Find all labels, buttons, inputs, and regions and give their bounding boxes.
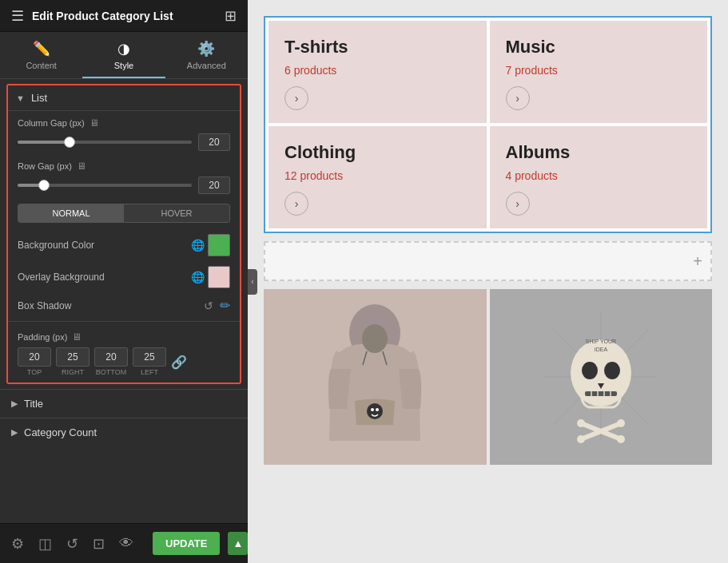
overlay-background-row: Overlay Background 🌐 <box>8 261 240 293</box>
settings-icon[interactable]: ⚙ <box>8 532 27 556</box>
responsive-icon[interactable]: ⊡ <box>90 532 108 556</box>
history-icon[interactable]: ↺ <box>63 532 82 556</box>
add-section-icon: + <box>693 252 702 271</box>
hover-toggle[interactable]: HOVER <box>124 204 229 222</box>
tab-advanced[interactable]: ⚙️ Advanced <box>165 32 248 78</box>
music-count: 7 products <box>506 64 692 77</box>
row-gap-input[interactable]: 20 <box>198 176 230 194</box>
hoodie-svg <box>323 297 427 457</box>
padding-right-input[interactable] <box>56 347 90 367</box>
canvas-area: T-shirts 6 products › Music 7 products ›… <box>248 0 728 563</box>
tab-style-label: Style <box>114 61 133 70</box>
left-panel: ☰ Edit Product Category List ⊞ ✏️ Conten… <box>0 0 248 563</box>
overlay-globe-icon[interactable]: 🌐 <box>191 271 205 283</box>
clothing-count: 12 products <box>284 169 471 182</box>
albums-title: Albums <box>506 142 692 163</box>
svg-point-4 <box>367 403 383 419</box>
padding-left-input[interactable] <box>133 347 166 367</box>
tab-advanced-label: Advanced <box>187 61 226 70</box>
row-gap-slider-track[interactable] <box>18 184 192 187</box>
category-count-label: Category Count <box>24 426 97 438</box>
panel-header: ☰ Edit Product Category List ⊞ <box>0 0 248 32</box>
padding-top-input[interactable] <box>18 347 51 367</box>
eye-icon[interactable]: 👁 <box>116 532 137 555</box>
box-shadow-edit-icon[interactable]: ✏ <box>220 298 230 313</box>
svg-text:SHIP YOUR: SHIP YOUR <box>586 339 616 344</box>
category-count-section[interactable]: ▶ Category Count <box>0 418 248 446</box>
add-section[interactable]: + <box>264 241 712 281</box>
padding-left-field: LEFT <box>133 347 166 376</box>
category-card-albums[interactable]: Albums 4 products › <box>490 126 708 228</box>
background-color-row: Background Color 🌐 <box>8 229 240 261</box>
column-gap-label: Column Gap (px) <box>18 118 85 128</box>
svg-rect-18 <box>585 391 617 396</box>
svg-point-28 <box>617 435 625 443</box>
panel-title: Edit Product Category List <box>32 10 173 22</box>
tab-content-label: Content <box>26 61 57 70</box>
collapse-handle[interactable]: ‹ <box>248 269 257 295</box>
box-shadow-label: Box Shadow <box>18 300 71 311</box>
list-section: ▼ List Column Gap (px) 🖥 20 <box>6 84 241 384</box>
state-toggle: NORMAL HOVER <box>18 204 230 223</box>
padding-responsive-icon[interactable]: 🖥 <box>72 331 82 343</box>
hoodie-image-area <box>264 289 487 465</box>
product-thumb-skull: SHIP YOUR IDEA <box>490 289 713 465</box>
tab-style[interactable]: ◑ Style <box>82 32 165 78</box>
svg-point-16 <box>582 362 598 379</box>
category-count-arrow: ▶ <box>11 427 18 438</box>
padding-link-icon[interactable]: 🔗 <box>171 355 187 370</box>
title-section-arrow: ▶ <box>11 398 18 409</box>
divider <box>8 321 240 322</box>
row-gap-setting: Row Gap (px) 🖥 20 <box>8 154 240 197</box>
category-card-tshirts[interactable]: T-shirts 6 products › <box>269 21 487 123</box>
update-button[interactable]: UPDATE <box>153 532 220 555</box>
padding-right-field: RIGHT <box>56 347 90 376</box>
panel-body: ▼ List Column Gap (px) 🖥 20 <box>0 79 248 523</box>
overlay-color-swatch[interactable] <box>208 266 230 288</box>
row-gap-slider-thumb[interactable] <box>38 180 50 191</box>
content-tab-icon: ✏️ <box>33 40 50 57</box>
tshirts-title: T-shirts <box>284 37 471 57</box>
style-tab-icon: ◑ <box>117 40 130 57</box>
product-row: SHIP YOUR IDEA <box>264 289 712 465</box>
tshirts-arrow[interactable]: › <box>284 86 308 110</box>
music-arrow[interactable]: › <box>506 86 530 110</box>
background-color-label: Background Color <box>18 240 94 251</box>
skull-svg: SHIP YOUR IDEA <box>537 297 665 457</box>
column-gap-input[interactable]: 20 <box>198 133 230 151</box>
overlay-background-label: Overlay Background <box>18 272 105 283</box>
bottom-toolbar: ⚙ ◫ ↺ ⊡ 👁 UPDATE ▲ <box>0 523 248 563</box>
layers-icon[interactable]: ◫ <box>35 532 55 556</box>
padding-top-field: TOP <box>18 347 51 376</box>
background-color-swatch[interactable] <box>208 234 230 256</box>
title-section[interactable]: ▶ Title <box>0 389 248 418</box>
category-card-clothing[interactable]: Clothing 12 products › <box>269 126 487 228</box>
list-section-label: List <box>31 92 47 104</box>
svg-point-17 <box>604 362 620 379</box>
column-gap-responsive-icon[interactable]: 🖥 <box>90 117 99 129</box>
svg-point-6 <box>376 408 379 411</box>
list-section-header[interactable]: ▼ List <box>8 85 240 111</box>
box-shadow-reset-icon[interactable]: ↺ <box>204 299 213 312</box>
padding-bottom-input[interactable] <box>94 347 128 367</box>
clothing-arrow[interactable]: › <box>284 192 308 216</box>
normal-toggle[interactable]: NORMAL <box>18 204 124 222</box>
column-gap-slider-thumb[interactable] <box>64 137 75 148</box>
svg-point-27 <box>577 435 585 443</box>
product-thumb-hoodie <box>264 289 487 465</box>
category-grid: T-shirts 6 products › Music 7 products ›… <box>264 16 712 233</box>
padding-label: Padding (px) <box>18 332 67 342</box>
column-gap-slider-track[interactable] <box>18 141 192 144</box>
albums-arrow[interactable]: › <box>506 192 530 216</box>
update-dropdown-button[interactable]: ▲ <box>228 532 248 555</box>
music-title: Music <box>506 37 692 57</box>
skull-image-area: SHIP YOUR IDEA <box>490 289 713 465</box>
grid-icon[interactable]: ⊞ <box>225 7 237 25</box>
category-card-music[interactable]: Music 7 products › <box>490 21 708 123</box>
tabs-row: ✏️ Content ◑ Style ⚙️ Advanced <box>0 32 248 79</box>
tab-content[interactable]: ✏️ Content <box>0 32 82 78</box>
row-gap-responsive-icon[interactable]: 🖥 <box>77 161 86 172</box>
svg-text:IDEA: IDEA <box>595 347 608 352</box>
hamburger-icon[interactable]: ☰ <box>11 7 24 25</box>
background-color-globe-icon[interactable]: 🌐 <box>191 239 205 252</box>
